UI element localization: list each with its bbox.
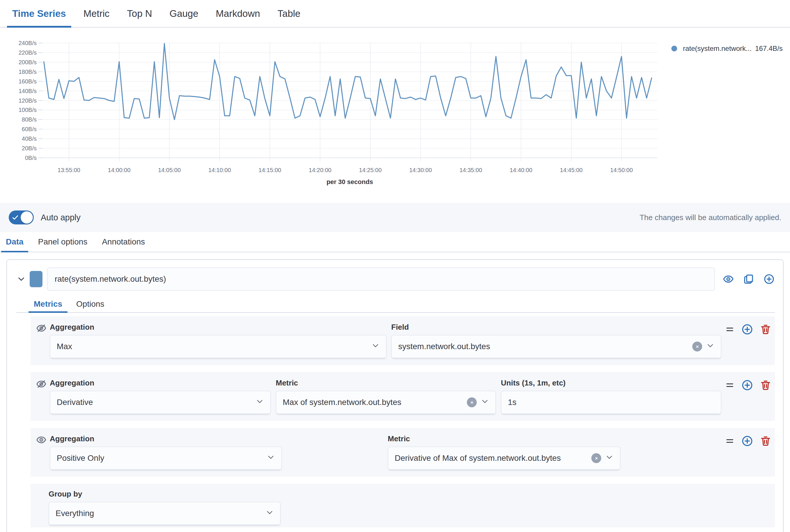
viz-tab-markdown[interactable]: Markdown	[210, 0, 265, 27]
field-select[interactable]: system.network.out.bytes	[391, 335, 721, 358]
metric-row-actions	[725, 434, 771, 446]
series-color-swatch[interactable]	[30, 271, 42, 287]
group-by-label: Group by	[49, 490, 771, 498]
chevron-down-icon	[605, 453, 613, 463]
units-1s-1m-etc--label: Units (1s, 1m, etc)	[501, 379, 721, 387]
group-by-select[interactable]: Everything	[49, 502, 281, 525]
svg-text:14:35:00: 14:35:00	[460, 167, 482, 173]
clear-selection-icon[interactable]	[692, 342, 702, 352]
svg-text:13:55:00: 13:55:00	[58, 167, 80, 173]
svg-text:60B/s: 60B/s	[22, 126, 37, 132]
aggregation-select[interactable]: Max	[50, 335, 387, 358]
collapse-series-button[interactable]	[16, 275, 26, 283]
svg-text:140B/s: 140B/s	[19, 88, 37, 94]
delete-metric-icon[interactable]	[760, 380, 771, 391]
series-tab-metrics[interactable]: Metrics	[29, 296, 68, 312]
auto-apply-bar: Auto apply The changes will be automatic…	[0, 203, 790, 232]
svg-text:180B/s: 180B/s	[19, 69, 37, 75]
toggle-knob	[21, 211, 33, 224]
units-1s-1m-etc--value: 1s	[508, 398, 517, 407]
svg-text:200B/s: 200B/s	[19, 59, 37, 65]
delete-metric-icon[interactable]	[760, 436, 771, 446]
svg-text:160B/s: 160B/s	[19, 78, 37, 84]
plus-circle-icon[interactable]	[764, 274, 774, 284]
svg-text:14:20:00: 14:20:00	[309, 167, 332, 173]
svg-text:80B/s: 80B/s	[22, 116, 37, 123]
metric-label: Metric	[276, 379, 496, 387]
metric-select[interactable]: Max of system.network.out.bytes	[276, 391, 496, 414]
metric-row-3: AggregationPositive OnlyMetricDerivative…	[31, 428, 775, 477]
aggregation-label: Aggregation	[50, 434, 282, 443]
svg-text:20B/s: 20B/s	[22, 145, 37, 151]
delete-metric-icon[interactable]	[760, 324, 771, 335]
viz-tab-time-series[interactable]: Time Series	[7, 0, 71, 27]
svg-text:14:05:00: 14:05:00	[158, 167, 181, 173]
group-by-row: Group byEverything	[31, 484, 775, 527]
auto-apply-toggle[interactable]	[9, 210, 34, 224]
series-tab-options[interactable]: Options	[71, 296, 110, 312]
aggregation-select[interactable]: Positive Only	[50, 446, 282, 470]
clear-selection-icon[interactable]	[467, 397, 477, 407]
svg-text:14:40:00: 14:40:00	[510, 167, 532, 173]
drag-handle-icon[interactable]	[725, 437, 734, 445]
svg-text:14:15:00: 14:15:00	[259, 167, 281, 173]
series-panel: MetricsOptions AggregationMaxFieldsystem…	[6, 259, 784, 532]
visualization-type-tabs: Time SeriesMetricTop NGaugeMarkdownTable	[0, 0, 790, 27]
editor-tabs: DataPanel optionsAnnotations	[0, 232, 790, 252]
drag-handle-icon[interactable]	[725, 325, 734, 334]
svg-text:220B/s: 220B/s	[19, 50, 37, 56]
metric-row-1: AggregationMaxFieldsystem.network.out.by…	[31, 316, 775, 365]
eye-closed-icon[interactable]	[36, 323, 50, 334]
auto-apply-label: Auto apply	[41, 213, 80, 222]
aggregation-label: Aggregation	[50, 379, 271, 387]
add-metric-icon[interactable]	[742, 380, 753, 391]
drag-handle-icon[interactable]	[725, 381, 734, 390]
field-label: Field	[391, 323, 721, 331]
clear-selection-icon[interactable]	[591, 453, 601, 463]
editor-tab-annotations[interactable]: Annotations	[97, 232, 149, 252]
svg-text:14:10:00: 14:10:00	[208, 167, 231, 173]
viz-tab-gauge[interactable]: Gauge	[164, 0, 204, 27]
field-value: system.network.out.bytes	[398, 342, 490, 351]
eye-icon[interactable]	[723, 274, 734, 284]
eye-closed-icon[interactable]	[36, 379, 50, 390]
auto-apply-note: The changes will be automatically applie…	[640, 213, 781, 222]
aggregation-value: Derivative	[57, 398, 93, 407]
add-metric-icon[interactable]	[742, 324, 753, 335]
svg-text:14:50:00: 14:50:00	[610, 167, 633, 173]
svg-text:40B/s: 40B/s	[22, 135, 37, 142]
chart-legend[interactable]: rate(system.network... 167.4B/s	[671, 44, 783, 53]
chevron-down-icon	[256, 397, 264, 407]
viz-tab-top-n[interactable]: Top N	[122, 0, 158, 27]
viz-tab-metric[interactable]: Metric	[78, 0, 115, 27]
svg-text:100B/s: 100B/s	[19, 107, 37, 113]
viz-tab-table[interactable]: Table	[272, 0, 306, 27]
eye-icon[interactable]	[36, 434, 50, 446]
metric-row-2: AggregationDerivativeMetricMax of system…	[31, 372, 775, 421]
metric-value: Derivative of Max of system.network.out.…	[395, 454, 561, 463]
metrics-rows: AggregationMaxFieldsystem.network.out.by…	[31, 316, 775, 527]
series-tabs: MetricsOptions	[16, 296, 775, 313]
timeseries-chart: 0B/s20B/s40B/s60B/s80B/s100B/s120B/s140B…	[0, 27, 790, 203]
metric-select[interactable]: Derivative of Max of system.network.out.…	[388, 446, 621, 470]
aggregation-select[interactable]: Derivative	[50, 391, 271, 414]
copy-icon[interactable]	[743, 274, 754, 284]
svg-text:240B/s: 240B/s	[19, 40, 37, 46]
metric-value: Max of system.network.out.bytes	[283, 398, 401, 407]
legend-series-dot	[671, 46, 677, 52]
svg-text:per 30 seconds: per 30 seconds	[326, 178, 373, 186]
editor-tab-panel-options[interactable]: Panel options	[34, 232, 92, 252]
legend-series-value: 167.4B/s	[755, 44, 783, 53]
series-actions	[723, 274, 775, 284]
svg-text:120B/s: 120B/s	[19, 97, 37, 104]
editor-tab-data[interactable]: Data	[1, 232, 28, 252]
svg-text:14:00:00: 14:00:00	[108, 167, 131, 173]
chevron-down-icon	[706, 342, 714, 352]
aggregation-label: Aggregation	[50, 323, 387, 331]
timeseries-chart-section: 0B/s20B/s40B/s60B/s80B/s100B/s120B/s140B…	[0, 27, 790, 203]
units-1s-1m-etc--input[interactable]: 1s	[501, 391, 721, 414]
svg-text:14:25:00: 14:25:00	[359, 167, 382, 173]
series-label-input[interactable]	[47, 267, 715, 291]
add-metric-icon[interactable]	[742, 436, 753, 446]
check-icon	[12, 214, 19, 222]
